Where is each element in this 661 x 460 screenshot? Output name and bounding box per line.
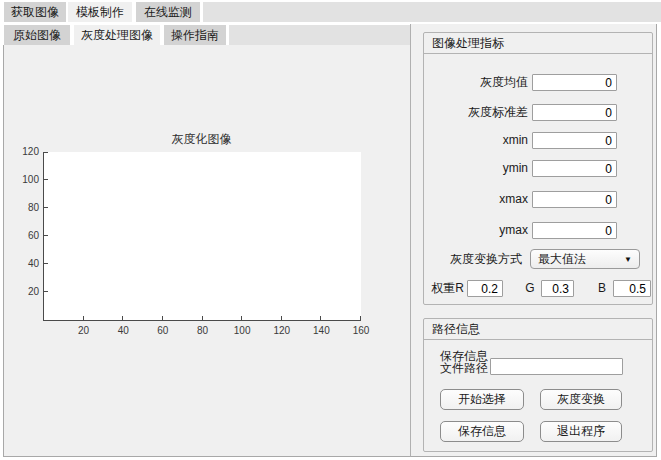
tab-original-image[interactable]: 原始图像 [4,25,70,45]
x-tick-mark [241,316,242,320]
gray-transform-selected-value: 最大值法 [538,251,586,268]
x-tick-label: 120 [262,325,302,336]
gray-transform-method-label: 灰度变换方式 [424,249,522,269]
x-tick-mark [202,316,203,320]
y-tick-label: 20 [7,286,39,297]
x-tick-mark [122,316,123,320]
weight-g-label: G [523,280,537,297]
main-tab-bar-filler [203,2,661,22]
weight-g-input[interactable] [541,280,574,297]
sub-tab-bar-filler [229,25,410,45]
ymin-label: ymin [424,160,528,177]
xmin-input[interactable] [532,132,617,149]
weight-r-label: 权重R [424,280,464,297]
tab-online-monitor[interactable]: 在线监测 [136,2,200,22]
tab-acquire-image[interactable]: 获取图像 [4,2,66,22]
main-tab-bar: 获取图像 模板制作 在线监测 [0,2,661,22]
x-tick-mark [281,316,282,320]
gray-mean-label: 灰度均值 [424,74,528,91]
path-info-panel: 路径信息 保存信息 文件路径 开始选择 灰度变换 保存信息 退出程序 [423,318,653,452]
x-tick-label: 40 [103,325,143,336]
gray-mean-input[interactable] [532,74,617,91]
y-tick-mark [44,207,48,208]
tab-gray-processed-image[interactable]: 灰度处理图像 [74,25,160,45]
gray-transform-button[interactable]: 灰度变换 [540,389,622,410]
exit-program-button[interactable]: 退出程序 [540,421,622,442]
indicators-panel: 图像处理指标 灰度均值 灰度标准差 xmin ymin xmax ymax 灰度… [423,32,653,305]
gray-std-input[interactable] [532,104,617,121]
weight-r-input[interactable] [467,280,503,297]
y-tick-label: 100 [7,174,39,185]
xmin-label: xmin [424,132,528,149]
chevron-down-icon: ▼ [624,255,632,264]
x-tick-label: 80 [183,325,223,336]
x-tick-mark [83,316,84,320]
y-tick-label: 40 [7,258,39,269]
ymax-label: ymax [424,222,528,239]
ymin-input[interactable] [532,160,617,177]
y-tick-mark [44,263,48,264]
gray-std-label: 灰度标准差 [424,104,528,121]
ymax-input[interactable] [532,222,617,239]
xmax-input[interactable] [532,191,617,208]
file-path-input[interactable] [490,358,623,375]
x-tick-label: 20 [64,325,104,336]
x-tick-mark [162,316,163,320]
chart-title: 灰度化图像 [43,131,360,148]
x-tick-label: 60 [143,325,183,336]
x-tick-mark [320,316,321,320]
y-tick-mark [44,235,48,236]
sub-tab-bar: 原始图像 灰度处理图像 操作指南 [3,25,410,45]
y-tick-label: 80 [7,202,39,213]
x-tick-mark [360,316,361,320]
tab-template-make[interactable]: 模板制作 [68,2,132,22]
save-file-path-label: 保存信息 文件路径 [430,350,488,374]
xmax-label: xmax [424,191,528,208]
x-tick-label: 100 [222,325,262,336]
start-select-button[interactable]: 开始选择 [440,389,524,410]
weight-b-label: B [595,280,609,297]
gray-transform-method-select[interactable]: 最大值法 ▼ [530,249,640,269]
path-info-panel-title: 路径信息 [424,319,652,340]
save-info-button[interactable]: 保存信息 [440,421,524,442]
controls-pane: 图像处理指标 灰度均值 灰度标准差 xmin ymin xmax ymax 灰度… [410,24,657,457]
y-tick-mark [44,152,48,153]
indicators-panel-title: 图像处理指标 [424,33,652,54]
x-tick-label: 160 [341,325,381,336]
tab-operation-guide[interactable]: 操作指南 [164,25,226,45]
y-tick-mark [44,291,48,292]
y-tick-mark [44,179,48,180]
y-tick-label: 120 [7,146,39,157]
y-tick-label: 60 [7,230,39,241]
x-tick-label: 140 [301,325,341,336]
chart-axes: 2040608010012014016020406080100120 [43,152,361,321]
weight-b-input[interactable] [613,280,651,297]
